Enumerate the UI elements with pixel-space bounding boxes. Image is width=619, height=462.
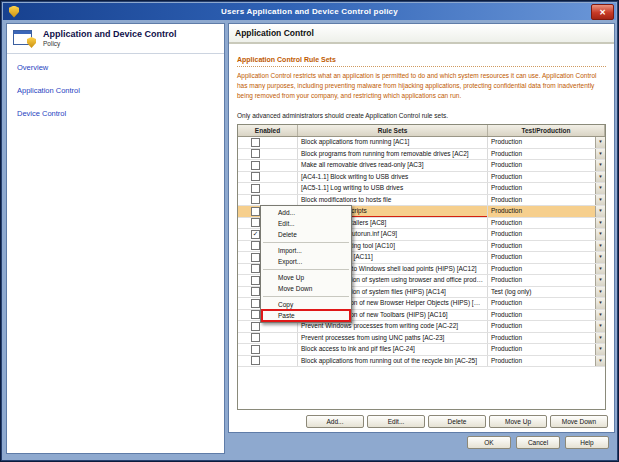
- mode-select[interactable]: Production ▼: [488, 195, 605, 206]
- dropdown-arrow-icon[interactable]: ▼: [595, 241, 605, 252]
- menu-item-export[interactable]: Export...: [262, 256, 350, 267]
- rule-name[interactable]: Block access to lnk and pif files [AC-24…: [298, 344, 488, 355]
- mode-select[interactable]: Production ▼: [488, 149, 605, 160]
- mode-select[interactable]: Production ▼: [488, 344, 605, 355]
- menu-item-delete[interactable]: Delete: [262, 229, 350, 240]
- enabled-checkbox[interactable]: [251, 299, 260, 308]
- menu-item-add[interactable]: Add...: [262, 207, 350, 218]
- mode-select[interactable]: Production ▼: [488, 229, 605, 240]
- mode-select[interactable]: Production ▼: [488, 356, 605, 367]
- mode-select[interactable]: Production ▼: [488, 206, 605, 217]
- close-button[interactable]: ✕: [591, 4, 614, 20]
- enabled-checkbox[interactable]: [251, 264, 260, 273]
- mode-select[interactable]: Production ▼: [488, 333, 605, 344]
- dropdown-arrow-icon[interactable]: ▼: [595, 333, 605, 344]
- title-bar[interactable]: Users Application and Device Control pol…: [3, 3, 616, 20]
- enabled-checkbox[interactable]: [251, 218, 260, 227]
- column-header-rule-sets[interactable]: Rule Sets: [298, 125, 488, 136]
- rule-name[interactable]: Block modifications to hosts file: [298, 195, 488, 206]
- enabled-checkbox[interactable]: [251, 172, 260, 181]
- mode-select[interactable]: Production ▼: [488, 310, 605, 321]
- mode-select[interactable]: Test (log only) ▼: [488, 287, 605, 298]
- dropdown-arrow-icon[interactable]: ▼: [595, 264, 605, 275]
- move-down-button[interactable]: Move Down: [550, 415, 608, 428]
- mode-select[interactable]: Production ▼: [488, 321, 605, 332]
- table-row[interactable]: Block applications from running out of t…: [238, 356, 605, 368]
- column-header-test-production[interactable]: Test/Production: [488, 125, 605, 136]
- ok-button[interactable]: OK: [467, 436, 511, 449]
- rule-name[interactable]: Make all removable drives read-only [AC3…: [298, 160, 488, 171]
- dropdown-arrow-icon[interactable]: ▼: [595, 149, 605, 160]
- rule-name[interactable]: Block applications from running out of t…: [298, 356, 488, 367]
- enabled-checkbox[interactable]: [251, 195, 260, 204]
- dropdown-arrow-icon[interactable]: ▼: [595, 229, 605, 240]
- enabled-checkbox[interactable]: [251, 253, 260, 262]
- sidebar-item-overview[interactable]: Overview: [17, 63, 214, 72]
- table-row[interactable]: Block access to lnk and pif files [AC-24…: [238, 344, 605, 356]
- table-row[interactable]: Prevent processes from using UNC paths […: [238, 333, 605, 345]
- rule-name[interactable]: Block programs from running from removab…: [298, 149, 488, 160]
- dropdown-arrow-icon[interactable]: ▼: [595, 206, 605, 217]
- dropdown-arrow-icon[interactable]: ▼: [595, 195, 605, 206]
- enabled-checkbox[interactable]: [251, 322, 260, 331]
- enabled-checkbox[interactable]: [251, 184, 260, 193]
- mode-select[interactable]: Production ▼: [488, 160, 605, 171]
- dropdown-arrow-icon[interactable]: ▼: [595, 183, 605, 194]
- dropdown-arrow-icon[interactable]: ▼: [595, 218, 605, 229]
- mode-select[interactable]: Production ▼: [488, 218, 605, 229]
- table-row[interactable]: Make all removable drives read-only [AC3…: [238, 160, 605, 172]
- dropdown-arrow-icon[interactable]: ▼: [595, 252, 605, 263]
- move-up-button[interactable]: Move Up: [489, 415, 547, 428]
- enabled-checkbox[interactable]: [251, 276, 260, 285]
- dropdown-arrow-icon[interactable]: ▼: [595, 172, 605, 183]
- mode-select[interactable]: Production ▼: [488, 137, 605, 148]
- rule-name[interactable]: Block applications from running [AC1]: [298, 137, 488, 148]
- menu-item-move-down[interactable]: Move Down: [262, 283, 350, 294]
- menu-item-edit[interactable]: Edit...: [262, 218, 350, 229]
- enabled-checkbox[interactable]: [251, 356, 260, 365]
- enabled-checkbox[interactable]: [251, 310, 260, 319]
- table-row[interactable]: [AC5-1.1] Log writing to USB drives Prod…: [238, 183, 605, 195]
- dropdown-arrow-icon[interactable]: ▼: [595, 321, 605, 332]
- mode-select[interactable]: Production ▼: [488, 252, 605, 263]
- sidebar-item-application-control[interactable]: Application Control: [17, 86, 214, 95]
- menu-item-copy[interactable]: Copy: [262, 299, 350, 310]
- delete-button[interactable]: Delete: [428, 415, 486, 428]
- menu-item-paste[interactable]: Paste: [262, 310, 350, 321]
- cancel-button[interactable]: Cancel: [516, 436, 560, 449]
- table-row[interactable]: Block programs from running from removab…: [238, 149, 605, 161]
- rule-name[interactable]: [AC5-1.1] Log writing to USB drives: [298, 183, 488, 194]
- dropdown-arrow-icon[interactable]: ▼: [595, 356, 605, 367]
- mode-select[interactable]: Production ▼: [488, 298, 605, 309]
- enabled-checkbox[interactable]: [251, 241, 260, 250]
- dropdown-arrow-icon[interactable]: ▼: [595, 160, 605, 171]
- mode-select[interactable]: Production ▼: [488, 275, 605, 286]
- dropdown-arrow-icon[interactable]: ▼: [595, 298, 605, 309]
- enabled-checkbox[interactable]: [251, 149, 260, 158]
- mode-select[interactable]: Production ▼: [488, 183, 605, 194]
- enabled-checkbox[interactable]: [251, 287, 260, 296]
- help-button[interactable]: Help: [565, 436, 609, 449]
- enabled-checkbox[interactable]: [251, 207, 260, 216]
- table-row[interactable]: [AC4-1.1] Block writing to USB drives Pr…: [238, 172, 605, 184]
- edit-button[interactable]: Edit...: [367, 415, 425, 428]
- dropdown-arrow-icon[interactable]: ▼: [595, 344, 605, 355]
- enabled-checkbox[interactable]: [251, 138, 260, 147]
- column-header-enabled[interactable]: Enabled: [238, 125, 298, 136]
- mode-select[interactable]: Production ▼: [488, 241, 605, 252]
- dropdown-arrow-icon[interactable]: ▼: [595, 287, 605, 298]
- enabled-checkbox[interactable]: [251, 333, 260, 342]
- menu-item-import[interactable]: Import...: [262, 245, 350, 256]
- menu-item-move-up[interactable]: Move Up: [262, 272, 350, 283]
- add-button[interactable]: Add...: [306, 415, 364, 428]
- rule-name[interactable]: [AC4-1.1] Block writing to USB drives: [298, 172, 488, 183]
- rule-name[interactable]: Prevent processes from using UNC paths […: [298, 333, 488, 344]
- mode-select[interactable]: Production ▼: [488, 264, 605, 275]
- sidebar-item-device-control[interactable]: Device Control: [17, 109, 214, 118]
- dropdown-arrow-icon[interactable]: ▼: [595, 275, 605, 286]
- enabled-checkbox[interactable]: [251, 161, 260, 170]
- dropdown-arrow-icon[interactable]: ▼: [595, 137, 605, 148]
- enabled-checkbox[interactable]: ✓: [251, 230, 260, 239]
- enabled-checkbox[interactable]: [251, 345, 260, 354]
- dropdown-arrow-icon[interactable]: ▼: [595, 310, 605, 321]
